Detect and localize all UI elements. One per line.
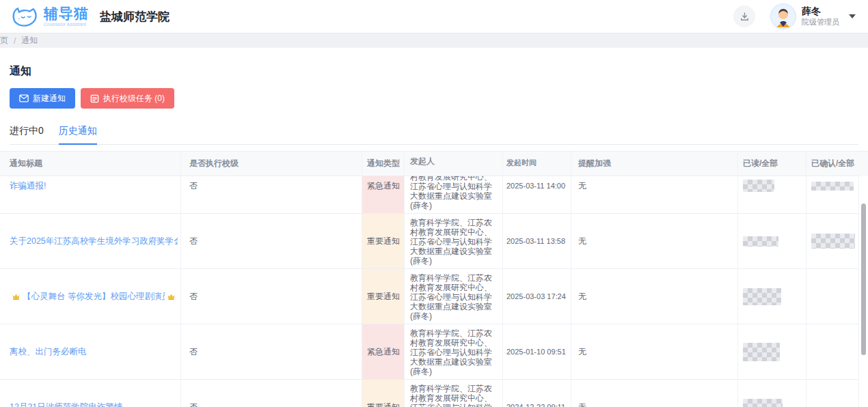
exec-cell: 否: [181, 214, 362, 269]
remind-cell: 无: [571, 214, 738, 269]
clipboard-icon: [90, 94, 99, 103]
confirm-count-cell: [806, 269, 858, 324]
remind-cell: 无: [571, 176, 738, 214]
read-count-cell: [738, 269, 806, 324]
table-row: 诈骗通报! 否 紧急通知 教育科学学院、江苏农村教育发展研究中心、江苏省心理与认…: [0, 176, 858, 214]
brand-name: 辅导猫: [44, 6, 89, 20]
download-button[interactable]: [733, 5, 755, 27]
table-header-row: 通知标题 是否执行校级 通知类型 发起人 发起时间 提醒加强 已读/全部 已确认…: [0, 152, 868, 176]
table-row: 【心灵舞台 等你发光】校园心理剧演员招募令 否 重要通知 教育科学学院、江苏农村…: [0, 269, 858, 324]
confirm-count-cell: [806, 176, 858, 214]
exec-cell: 否: [181, 380, 362, 407]
notice-title-link[interactable]: 关于2025年江苏高校学生境外学习政府奖学金短期项目报...: [10, 236, 178, 246]
read-count-cell: [738, 214, 806, 269]
redacted-value: [743, 288, 781, 305]
exec-school-task-label: 执行校级任务 (0): [103, 93, 165, 104]
tabs: 进行中0 历史通知: [10, 121, 858, 145]
redacted-value: [743, 180, 774, 192]
col-header-read: 已读/全部: [738, 152, 806, 176]
col-header-title: 通知标题: [0, 152, 181, 176]
notice-title-link[interactable]: 【心灵舞台 等你发光】校园心理剧演员招募令: [23, 292, 165, 301]
sender-cell: 教育科学学院、江苏农村教育发展研究中心、江苏省心理与认知科学大数据重点建设实验室…: [405, 269, 503, 324]
read-count-cell: [738, 176, 806, 214]
confirm-count-cell: [806, 380, 858, 407]
redacted-value: [743, 236, 778, 247]
remind-cell: 无: [571, 380, 738, 407]
time-cell: 2024-12-22 09:11: [503, 380, 571, 407]
exec-cell: 否: [181, 324, 362, 380]
breadcrumb-item-notice: 通知: [21, 35, 38, 46]
brand: 辅导猫 Counselor Assistant 盐城师范学院: [10, 4, 169, 29]
envelope-icon: [19, 94, 29, 102]
table-body-viewport: 诈骗通报! 否 紧急通知 教育科学学院、江苏农村教育发展研究中心、江苏省心理与认…: [0, 176, 868, 407]
sender-cell: 教育科学学院、江苏农村教育发展研究中心、江苏省心理与认知科学大数据重点建设实验室…: [405, 380, 503, 407]
brand-subtitle: Counselor Assistant: [44, 22, 89, 27]
table-row: 离校、出门务必断电 否 紧急通知 教育科学学院、江苏农村教育发展研究中心、江苏省…: [0, 324, 858, 380]
type-cell: 紧急通知: [362, 324, 405, 380]
sender-cell: 教育科学学院、江苏农村教育发展研究中心、江苏省心理与认知科学大数据重点建设实验室…: [405, 324, 503, 380]
new-notice-button[interactable]: 新建通知: [10, 88, 75, 109]
notice-title-link[interactable]: 诈骗通报!: [10, 181, 46, 191]
time-cell: 2025-03-03 17:24: [503, 269, 571, 324]
type-cell: 重要通知: [362, 269, 405, 324]
crown-emoji-icon: [12, 292, 21, 301]
download-icon: [740, 12, 750, 22]
notice-title-link[interactable]: 12月21日涉师范学院电诈警情: [10, 402, 122, 407]
time-cell: 2025-03-11 13:58: [503, 214, 571, 269]
confirm-count-cell: [806, 324, 858, 380]
sender-cell: 教育科学学院、江苏农村教育发展研究中心、江苏省心理与认知科学大数据重点建设实验室…: [405, 176, 503, 214]
remind-cell: 无: [571, 269, 738, 324]
avatar-illustration-icon: [771, 4, 796, 29]
col-header-type: 通知类型: [362, 152, 405, 176]
redacted-value: [743, 399, 783, 407]
breadcrumb: 页 / 通知: [0, 33, 868, 48]
tab-history[interactable]: 历史通知: [59, 121, 97, 145]
breadcrumb-item-home[interactable]: 页: [0, 35, 8, 46]
user-name: 薛冬: [802, 5, 839, 18]
time-cell: 2025-01-10 09:51: [503, 324, 571, 380]
table-row: 12月21日涉师范学院电诈警情 否 重要通知 教育科学学院、江苏农村教育发展研究…: [0, 380, 858, 407]
new-notice-label: 新建通知: [33, 93, 66, 104]
breadcrumb-separator: /: [14, 36, 16, 46]
col-header-sender: 发起人: [405, 152, 503, 176]
sender-cell: 教育科学学院、江苏农村教育发展研究中心、江苏省心理与认知科学大数据重点建设实验室…: [405, 214, 503, 269]
user-role: 院级管理员: [802, 18, 839, 27]
table-row: 关于2025年江苏高校学生境外学习政府奖学金短期项目报... 否 重要通知 教育…: [0, 214, 858, 269]
read-count-cell: [738, 380, 806, 407]
col-header-exec: 是否执行校级: [181, 152, 362, 176]
exec-cell: 否: [181, 176, 362, 214]
type-cell: 紧急通知: [362, 176, 405, 214]
redacted-value: [811, 234, 855, 249]
exec-school-task-button[interactable]: 执行校级任务 (0): [81, 88, 174, 109]
confirm-count-cell: [806, 214, 858, 269]
time-cell: 2025-03-11 14:00: [503, 176, 571, 214]
cat-logo-icon: [10, 4, 40, 29]
notice-title-link[interactable]: 离校、出门务必断电: [10, 347, 87, 356]
vertical-scrollbar-thumb[interactable]: [861, 204, 866, 355]
scrollbar-gutter: [858, 176, 859, 407]
redacted-value: [743, 343, 780, 361]
app-header: 辅导猫 Counselor Assistant 盐城师范学院 薛冬 院级管理员: [0, 0, 868, 33]
crown-emoji-icon: [167, 292, 176, 301]
page-title: 通知: [10, 64, 868, 79]
org-name: 盐城师范学院: [100, 9, 169, 25]
notice-table: 通知标题 是否执行校级 通知类型 发起人 发起时间 提醒加强 已读/全部 已确认…: [0, 151, 868, 407]
avatar[interactable]: [770, 3, 796, 29]
caret-down-icon[interactable]: [849, 14, 856, 18]
tab-in-progress[interactable]: 进行中0: [10, 121, 44, 144]
col-header-remind: 提醒加强: [571, 152, 738, 176]
type-cell: 重要通知: [362, 214, 405, 269]
type-cell: 重要通知: [362, 380, 405, 407]
redacted-value: [811, 182, 854, 191]
col-header-time: 发起时间: [503, 152, 571, 176]
remind-cell: 无: [571, 324, 738, 380]
exec-cell: 否: [181, 269, 362, 324]
read-count-cell: [738, 324, 806, 380]
col-header-confirm: 已确认/全部: [806, 152, 858, 176]
